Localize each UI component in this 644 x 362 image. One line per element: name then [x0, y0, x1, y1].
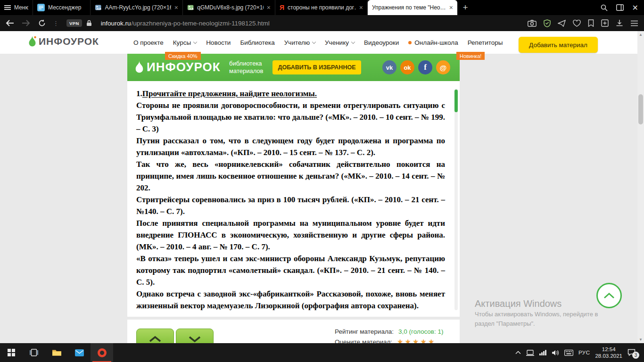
address-bar[interactable]: infourok.ru/uprazhneniya-po-teme-neologi… [101, 20, 270, 27]
hero-logo-text: ИНФОУРОК [147, 60, 221, 74]
close-window-icon[interactable]: ✕ [632, 3, 638, 12]
tab-close-icon[interactable]: × [449, 4, 453, 11]
rate-label: Оцените материал: [335, 338, 392, 343]
hero-logo[interactable]: ИНФОУРОК [135, 60, 221, 74]
tab-active-infourok[interactable]: Упражнения по теме "Нео… × [368, 0, 457, 15]
chevron-up-icon [603, 292, 615, 299]
mailru-icon[interactable]: @ [436, 60, 450, 74]
add-material-button[interactable]: Добавить материал [519, 37, 598, 53]
battery-icon[interactable] [526, 350, 534, 356]
file-explorer-icon [52, 349, 62, 357]
desktop-screen: Меню Мессенджер AAm-RyyLcYo.jpg (720×16…… [0, 0, 644, 362]
system-tray: РУС 12:54 28.03.2021 3 [515, 343, 644, 362]
rating-value: 3,0 (голосов: 1) [398, 328, 443, 335]
lock-icon[interactable] [84, 20, 94, 26]
scrollbar-up-icon[interactable]: ▲ [637, 33, 644, 37]
add-to-favorites-button[interactable]: ДОБАВИТЬ В ИЗБРАННОЕ [272, 60, 361, 74]
prev-page-button[interactable] [136, 329, 174, 343]
tab-messenger[interactable]: Мессенджер [33, 0, 91, 15]
chevron-down-icon [351, 40, 355, 43]
chevron-down-icon [312, 40, 316, 43]
tab-title: Мессенджер [48, 4, 86, 11]
image-icon [95, 4, 101, 11]
rating-stars[interactable]: ★★★★★ [397, 337, 436, 343]
start-icon [8, 349, 15, 356]
tab-close-icon[interactable]: × [267, 4, 271, 11]
reload-icon[interactable] [35, 19, 49, 27]
clock-date: 28.03.2021 [595, 353, 622, 359]
nav-student[interactable]: Ученику [325, 39, 355, 46]
nav-tutors[interactable]: Репетиторы [468, 39, 503, 46]
tab-image-2[interactable]: qGMDuV6x8-s.jpg (720×16… × [183, 0, 275, 15]
flame-icon [28, 36, 36, 47]
keyboard-icon[interactable] [564, 350, 573, 356]
new-tab-button[interactable]: + [457, 0, 473, 15]
collections-icon[interactable] [601, 19, 609, 27]
vk-icon[interactable]: vk [382, 60, 396, 74]
messenger-icon [37, 4, 45, 11]
main-navigation: О проекте Курсы Новости Библиотека Учите… [133, 31, 503, 54]
tab-yandex-search[interactable]: Я стороны не проявили дог… × [275, 0, 368, 15]
document-scrollbar-thumb[interactable] [454, 90, 458, 112]
tab-title: Меню [14, 4, 28, 11]
download-icon[interactable] [616, 19, 623, 27]
toolbar-overflow-icon[interactable]: ⋮ [53, 20, 59, 27]
facebook-icon[interactable]: f [418, 60, 432, 74]
side-panel-icon[interactable] [616, 4, 624, 11]
send-icon[interactable] [558, 20, 566, 27]
back-icon[interactable] [3, 20, 17, 26]
nav-online-school[interactable]: Онлайн-школа [408, 39, 458, 46]
menu-icon[interactable] [630, 20, 638, 26]
heart-icon[interactable] [573, 20, 581, 27]
language-indicator[interactable]: РУС [578, 350, 590, 355]
flag-icon[interactable] [588, 19, 594, 27]
new-badge: Новинка! [456, 52, 485, 60]
camera-icon[interactable] [528, 20, 537, 27]
shield-icon[interactable] [544, 19, 551, 27]
sale-badge: Скидка 40% [165, 52, 201, 60]
nav-library[interactable]: Библиотека [240, 39, 274, 46]
document-paragraph: Путин рассказал о том, что в следующем г… [136, 135, 445, 158]
vpn-badge[interactable]: VPN [66, 19, 82, 27]
tray-expand-icon[interactable] [515, 351, 521, 354]
next-page-button[interactable] [176, 329, 214, 343]
nav-video-lessons[interactable]: Видеоуроки [364, 39, 399, 46]
browser-icon [98, 348, 107, 357]
start-button[interactable] [0, 343, 23, 362]
nav-courses[interactable]: Курсы [173, 39, 197, 46]
browser-app-button[interactable] [91, 343, 113, 362]
document-scrollbar[interactable] [454, 89, 458, 310]
mail-button[interactable] [68, 343, 91, 362]
site-header: ИНФОУРОК О проекте Курсы Новости Библиот… [0, 31, 637, 54]
nav-teacher[interactable]: Учителю [284, 39, 315, 46]
forward-icon[interactable] [19, 20, 33, 26]
file-explorer-button[interactable] [45, 343, 68, 362]
odnoklassniki-icon[interactable]: ok [400, 60, 414, 74]
tab-title: qGMDuV6x8-s.jpg (720×16… [197, 4, 264, 11]
browser-scrollbar[interactable]: ▲ ▼ [637, 31, 644, 343]
hamburger-icon [4, 5, 11, 10]
volume-icon[interactable] [552, 350, 559, 356]
tab-close-icon[interactable]: × [359, 4, 363, 11]
task-view-button[interactable] [23, 343, 45, 362]
document-paragraph: После принятия специальной программы на … [136, 217, 445, 253]
notification-center-button[interactable]: 3 [627, 349, 636, 356]
scrollbar-thumb[interactable] [638, 94, 643, 124]
tab-menu[interactable]: Меню [0, 0, 33, 15]
clock[interactable]: 12:54 28.03.2021 [595, 346, 622, 359]
mail-icon [75, 349, 84, 356]
nav-news[interactable]: Новости [206, 39, 231, 46]
watermark-line: раздел "Параметры". [475, 320, 598, 328]
tab-close-icon[interactable]: × [174, 4, 178, 11]
site-logo[interactable]: ИНФОУРОК [28, 36, 99, 47]
search-icon[interactable] [601, 4, 608, 11]
tab-image-1[interactable]: AAm-RyyLcYo.jpg (720×16… × [91, 0, 183, 15]
clock-time: 12:54 [595, 346, 622, 353]
nav-about[interactable]: О проекте [133, 39, 164, 46]
scrollbar-down-icon[interactable]: ▼ [637, 337, 644, 342]
tab-title: AAm-RyyLcYo.jpg (720×16… [105, 4, 171, 11]
hero-subtitle: библиотека материалов [229, 60, 270, 75]
network-icon[interactable] [539, 350, 546, 355]
scroll-to-top-button[interactable] [596, 283, 622, 308]
document-paragraph: Стритрейсеры соревновались за приз в 100… [136, 194, 445, 217]
